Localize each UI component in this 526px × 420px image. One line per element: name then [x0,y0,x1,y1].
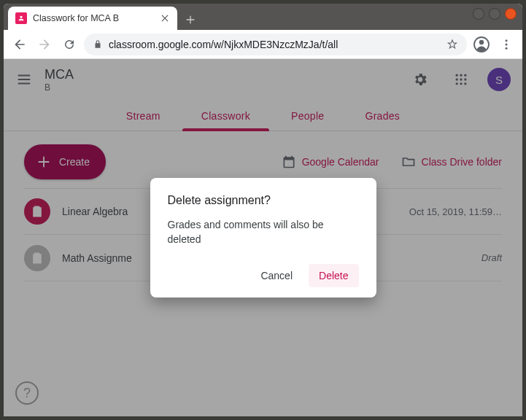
window-controls [473,8,517,20]
close-icon[interactable] [160,13,170,23]
profile-icon[interactable] [471,34,492,55]
svg-point-3 [506,43,508,45]
omnibox[interactable]: classroom.google.com/w/NjkxMDE3NzczMzJa/… [84,34,467,55]
window-maximize-button[interactable] [489,8,500,20]
svg-point-1 [479,39,484,44]
dialog-body: Grades and comments will also be deleted [168,217,359,247]
browser-tabbar: Classwork for MCA B [4,4,522,30]
kebab-icon[interactable] [496,34,517,55]
back-button[interactable] [9,34,30,55]
lock-icon [93,39,103,50]
reload-button[interactable] [59,34,80,55]
new-tab-button[interactable] [180,9,201,30]
forward-button[interactable] [34,34,55,55]
svg-point-2 [506,39,508,42]
delete-button[interactable]: Delete [309,264,358,287]
modal-overlay[interactable]: Delete assignment? Grades and comments w… [4,59,522,416]
window-close-button[interactable] [505,8,517,20]
favicon-icon [15,12,27,24]
tab-title: Classwork for MCA B [33,13,154,23]
cancel-button[interactable]: Cancel [250,264,303,287]
delete-dialog: Delete assignment? Grades and comments w… [150,178,376,298]
browser-tab[interactable]: Classwork for MCA B [8,7,177,30]
star-icon[interactable] [446,39,458,50]
address-bar: classroom.google.com/w/NjkxMDE3NzczMzJa/… [4,30,522,59]
window-minimize-button[interactable] [473,8,484,20]
svg-point-4 [506,47,508,49]
dialog-actions: Cancel Delete [168,264,359,287]
content-area: MCA B S Stream Classwork People Grades C [4,59,522,416]
url-text: classroom.google.com/w/NjkxMDE3NzczMzJa/… [109,39,441,50]
dialog-title: Delete assignment? [168,194,359,207]
